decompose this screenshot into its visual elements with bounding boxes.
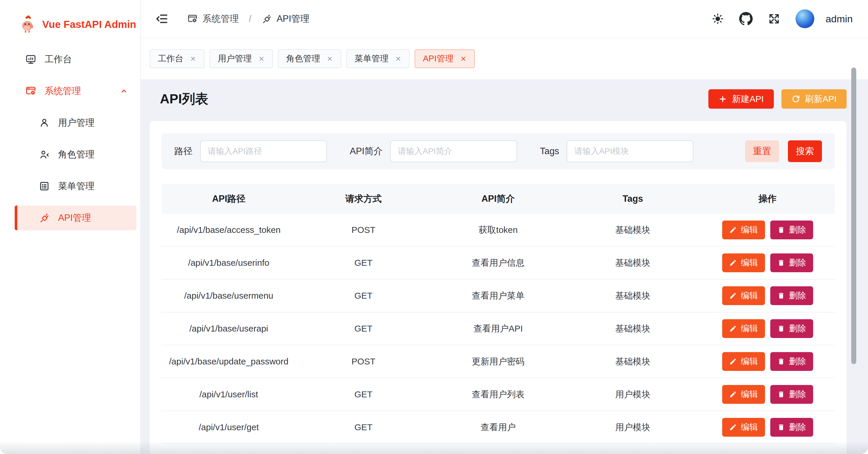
edit-button[interactable]: 编辑 bbox=[722, 418, 765, 437]
method-cell: POST bbox=[296, 357, 431, 367]
app-title: Vue FastAPI Admin bbox=[42, 19, 136, 30]
delete-button[interactable]: 删除 bbox=[770, 385, 813, 404]
summary-cell: 查看用户菜单 bbox=[431, 290, 565, 302]
api-path-cell: /api/v1/base/update_password bbox=[161, 357, 296, 367]
close-icon[interactable] bbox=[258, 56, 265, 62]
collapse-sidebar-icon[interactable] bbox=[155, 12, 168, 26]
user-icon bbox=[39, 117, 50, 128]
page-title: API列表 bbox=[160, 90, 208, 108]
sidebar-nav: 工作台 系统管理 用户管理 bbox=[0, 44, 140, 234]
filter-tags: Tags bbox=[540, 140, 693, 162]
tab-label: 工作台 bbox=[158, 53, 183, 65]
close-icon[interactable] bbox=[460, 56, 467, 62]
table-row: /api/v1/base/userinfo GET 查看用户信息 基础模块 编辑 bbox=[161, 247, 835, 280]
table-row: /api/v1/base/update_password POST 更新用户密码… bbox=[161, 345, 835, 378]
edit-button[interactable]: 编辑 bbox=[722, 385, 765, 404]
api-path-cell: /api/v1/user/get bbox=[161, 422, 296, 432]
tab-bar: 工作台 用户管理 角色管理 菜单管理 API管理 bbox=[141, 38, 868, 79]
edit-button[interactable]: 编辑 bbox=[722, 286, 765, 305]
delete-button[interactable]: 删除 bbox=[770, 286, 813, 305]
window-gear-icon bbox=[25, 85, 36, 96]
close-icon[interactable] bbox=[395, 56, 401, 62]
main-area: 系统管理 / API管理 bbox=[141, 0, 868, 454]
tab-menu-management[interactable]: 菜单管理 bbox=[346, 49, 410, 68]
button-label: 刷新API bbox=[805, 93, 837, 105]
api-path-cell: /api/v1/base/userinfo bbox=[161, 258, 296, 268]
trash-icon bbox=[777, 325, 785, 333]
user-avatar[interactable] bbox=[796, 9, 814, 28]
summary-cell: 查看用户 bbox=[431, 421, 565, 433]
monitor-icon bbox=[25, 54, 36, 65]
trash-icon bbox=[777, 391, 785, 398]
actions-cell: 编辑 删除 bbox=[700, 319, 835, 338]
sidebar-item-api-management[interactable]: API管理 bbox=[15, 205, 136, 230]
delete-button[interactable]: 删除 bbox=[770, 352, 813, 371]
tab-label: API管理 bbox=[423, 53, 454, 65]
plug-icon bbox=[261, 13, 272, 24]
button-label: 编辑 bbox=[741, 323, 758, 335]
new-api-button[interactable]: 新建API bbox=[708, 89, 774, 109]
username[interactable]: admin bbox=[826, 13, 853, 25]
fullscreen-icon[interactable] bbox=[768, 12, 780, 25]
close-icon[interactable] bbox=[327, 56, 333, 62]
button-label: 删除 bbox=[789, 323, 806, 335]
filter-summary: API简介 bbox=[350, 140, 517, 162]
pencil-icon bbox=[729, 423, 737, 431]
edit-button[interactable]: 编辑 bbox=[722, 221, 765, 239]
edit-button[interactable]: 编辑 bbox=[722, 253, 765, 272]
tab-api-management[interactable]: API管理 bbox=[415, 49, 475, 68]
reset-button[interactable]: 重置 bbox=[745, 140, 779, 162]
tab-workbench[interactable]: 工作台 bbox=[150, 49, 205, 68]
close-icon[interactable] bbox=[190, 56, 196, 62]
search-button[interactable]: 搜索 bbox=[788, 140, 822, 162]
breadcrumb-item[interactable]: 系统管理 bbox=[203, 12, 239, 25]
theme-sun-icon[interactable] bbox=[712, 12, 724, 25]
top-bar: 系统管理 / API管理 bbox=[141, 0, 868, 38]
table-row: /api/v1/base/access_token POST 获取token 基… bbox=[161, 214, 835, 247]
breadcrumb-current[interactable]: API管理 bbox=[277, 12, 310, 25]
button-label: 编辑 bbox=[741, 356, 758, 367]
path-input[interactable] bbox=[200, 140, 327, 162]
filter-actions: 重置 搜索 bbox=[745, 140, 822, 162]
delete-button[interactable]: 删除 bbox=[770, 418, 813, 437]
sidebar-item-user-management[interactable]: 用户管理 bbox=[15, 110, 136, 135]
edit-button[interactable]: 编辑 bbox=[722, 319, 765, 338]
sidebar-item-role-management[interactable]: 角色管理 bbox=[15, 142, 136, 167]
summary-input[interactable] bbox=[390, 140, 517, 162]
delete-button[interactable]: 删除 bbox=[770, 253, 813, 272]
pencil-icon bbox=[729, 259, 737, 267]
tags-input[interactable] bbox=[567, 140, 693, 162]
page-header: API列表 新建API 刷新API bbox=[150, 89, 846, 109]
button-label: 编辑 bbox=[741, 389, 758, 400]
delete-button[interactable]: 删除 bbox=[770, 221, 813, 239]
sidebar-item-label: 菜单管理 bbox=[58, 180, 94, 192]
sidebar-item-menu-management[interactable]: 菜单管理 bbox=[15, 174, 136, 199]
tags-cell: 基础模块 bbox=[565, 290, 700, 302]
button-label: 编辑 bbox=[741, 290, 758, 302]
topbar-actions: admin bbox=[712, 9, 853, 28]
plug-icon bbox=[39, 212, 50, 224]
api-table: API路径 请求方式 API简介 Tags 操作 /api/v1/base/ac… bbox=[161, 184, 835, 444]
tab-role-management[interactable]: 角色管理 bbox=[278, 49, 341, 68]
button-label: 新建API bbox=[732, 93, 764, 105]
sidebar-item-workbench[interactable]: 工作台 bbox=[15, 47, 136, 72]
sidebar-item-system-management[interactable]: 系统管理 bbox=[15, 79, 136, 103]
delete-button[interactable]: 删除 bbox=[770, 319, 813, 338]
filter-bar: 路径 API简介 Tags 重置 搜索 bbox=[161, 133, 835, 169]
github-icon[interactable] bbox=[739, 12, 753, 26]
actions-cell: 编辑 删除 bbox=[700, 286, 835, 305]
summary-cell: 查看用户信息 bbox=[431, 257, 565, 269]
refresh-api-button[interactable]: 刷新API bbox=[781, 89, 846, 109]
col-header-method: 请求方式 bbox=[296, 193, 431, 205]
tags-cell: 基础模块 bbox=[565, 356, 700, 368]
pencil-icon bbox=[729, 358, 737, 365]
sidebar-item-label: 工作台 bbox=[44, 53, 72, 65]
summary-cell: 获取token bbox=[431, 224, 565, 236]
chick-mascot-icon bbox=[18, 15, 36, 33]
scrollbar-thumb[interactable] bbox=[851, 67, 856, 364]
tab-user-management[interactable]: 用户管理 bbox=[210, 49, 273, 68]
sidebar: Vue FastAPI Admin 工作台 系统管理 bbox=[0, 0, 141, 454]
filter-label: API简介 bbox=[350, 145, 383, 158]
filter-label: 路径 bbox=[174, 145, 192, 158]
edit-button[interactable]: 编辑 bbox=[722, 352, 765, 371]
